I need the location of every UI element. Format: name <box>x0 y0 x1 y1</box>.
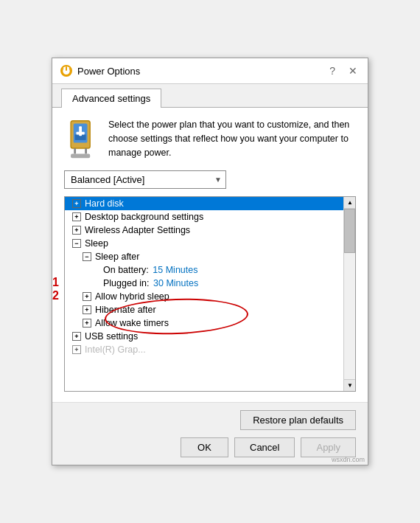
expander-sleep-after[interactable]: − <box>83 252 91 261</box>
tree-item-hybrid-sleep[interactable]: + Allow hybrid sleep <box>65 290 355 303</box>
settings-tree[interactable]: 1 2 + Hard disk + Desktop background set… <box>64 196 356 392</box>
expander-intel[interactable]: + <box>72 345 81 354</box>
power-icon-large <box>64 118 99 153</box>
expander-sleep[interactable]: − <box>72 239 81 248</box>
tree-item-on-battery[interactable]: On battery: 15 Minutes <box>65 263 355 277</box>
help-button[interactable]: ? <box>326 66 338 76</box>
tree-item-plugged-in[interactable]: Plugged in: 30 Minutes <box>65 277 355 290</box>
title-bar-left: Power Options <box>60 64 140 77</box>
tree-label-on-battery: On battery: <box>103 265 151 275</box>
tree-item-hibernate[interactable]: + Hibernate after <box>65 303 355 316</box>
restore-plan-defaults-button[interactable]: Restore plan defaults <box>240 410 356 430</box>
window-title: Power Options <box>77 66 140 77</box>
tree-wrapper: 1 2 + Hard disk + Desktop background set… <box>64 196 356 392</box>
tree-item-usb[interactable]: + USB settings <box>65 330 355 343</box>
expander-wake-timers[interactable]: + <box>83 319 91 328</box>
on-battery-value: 15 Minutes <box>153 265 197 275</box>
watermark: wsxdn.com <box>332 456 365 463</box>
tree-label-hibernate: Hibernate after <box>95 305 156 315</box>
expander-desktop-bg[interactable]: + <box>72 212 81 221</box>
expander-hybrid-sleep[interactable]: + <box>83 292 91 301</box>
plan-dropdown[interactable]: Balanced [Active] Power saver High perfo… <box>64 170 226 189</box>
tree-label-intel: Intel(R) Grap... <box>85 344 146 355</box>
expander-hard-disk[interactable]: + <box>72 199 81 208</box>
plan-dropdown-wrapper: Balanced [Active] Power saver High perfo… <box>64 170 226 189</box>
tree-item-wake-timers[interactable]: + Allow wake timers <box>65 316 355 330</box>
cancel-button[interactable]: Cancel <box>234 437 295 457</box>
tree-label-hybrid-sleep: Allow hybrid sleep <box>95 291 169 302</box>
scrollbar-down-button[interactable]: ▼ <box>344 379 356 391</box>
header-section: Select the power plan that you want to c… <box>64 118 356 159</box>
tree-label-wake-timers: Allow wake timers <box>95 318 169 328</box>
tree-item-wireless[interactable]: + Wireless Adapter Settings <box>65 224 355 237</box>
power-icon <box>60 64 73 77</box>
svg-rect-9 <box>71 154 90 159</box>
tree-label-hard-disk: Hard disk <box>85 198 124 209</box>
content-area: Select the power plan that you want to c… <box>52 108 368 401</box>
footer: Restore plan defaults OK Cancel Apply <box>52 402 368 465</box>
expander-wireless[interactable]: + <box>72 226 81 235</box>
tree-label-usb: USB settings <box>85 331 138 342</box>
svg-rect-6 <box>77 132 85 135</box>
expander-usb[interactable]: + <box>72 332 81 341</box>
dropdown-area: Balanced [Active] Power saver High perfo… <box>64 170 356 189</box>
restore-btn-row: Restore plan defaults <box>64 410 356 430</box>
tab-advanced-settings[interactable]: Advanced settings <box>61 89 161 108</box>
tree-label-wireless: Wireless Adapter Settings <box>85 225 190 235</box>
scrollbar-thumb[interactable] <box>344 209 355 253</box>
scrollbar-up-button[interactable]: ▲ <box>344 197 356 209</box>
tree-label-sleep: Sleep <box>85 238 108 249</box>
action-buttons: OK Cancel Apply <box>64 437 356 457</box>
tree-item-sleep-after[interactable]: − Sleep after <box>65 250 355 263</box>
label-annotation-1: 1 <box>52 276 59 289</box>
scrollbar-track: ▲ ▼ <box>343 197 355 391</box>
tree-item-desktop-bg[interactable]: + Desktop background settings <box>65 210 355 224</box>
tree-item-sleep[interactable]: − Sleep <box>65 237 355 250</box>
header-description: Select the power plan that you want to c… <box>108 118 356 159</box>
tree-label-desktop-bg: Desktop background settings <box>85 212 203 222</box>
label-annotation-2: 2 <box>52 289 59 302</box>
power-options-window: Power Options ? ✕ Advanced settings <box>52 58 368 465</box>
tree-item-intel[interactable]: + Intel(R) Grap... <box>65 343 355 356</box>
tree-label-sleep-after: Sleep after <box>95 252 139 262</box>
expander-hibernate[interactable]: + <box>83 305 91 314</box>
close-button[interactable]: ✕ <box>346 66 360 76</box>
title-bar: Power Options ? ✕ <box>52 58 368 84</box>
title-bar-controls: ? ✕ <box>326 66 360 76</box>
ok-button[interactable]: OK <box>181 437 228 457</box>
svg-rect-1 <box>66 66 67 71</box>
plugged-in-value: 30 Minutes <box>153 278 198 288</box>
tree-label-plugged-in: Plugged in: <box>103 278 152 288</box>
tree-item-hard-disk[interactable]: + Hard disk <box>65 197 355 210</box>
tab-bar: Advanced settings <box>52 84 368 108</box>
apply-button[interactable]: Apply <box>301 437 356 457</box>
